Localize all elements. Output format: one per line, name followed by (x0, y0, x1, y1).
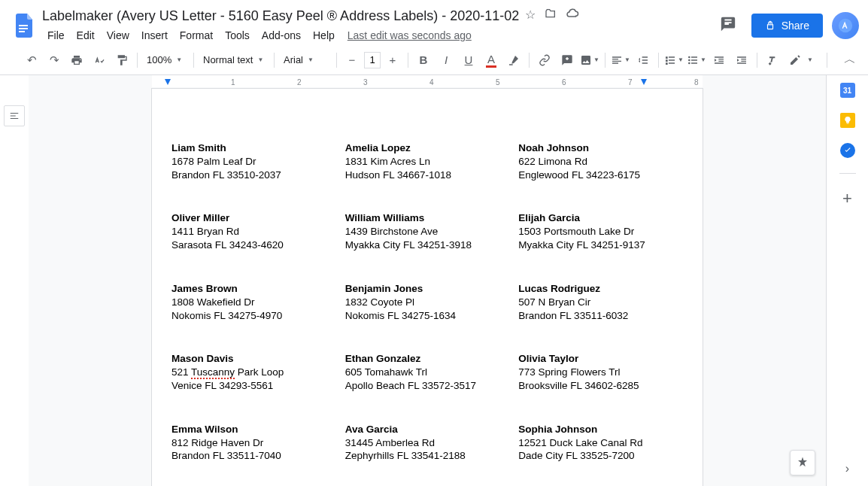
label-line1: 12521 Duck Lake Canal Rd (518, 436, 683, 450)
address-label[interactable]: Ethan Gonzalez605 Tomahawk TrlApollo Bea… (345, 352, 510, 392)
address-label[interactable]: Sophia Johnson12521 Duck Lake Canal RdDa… (518, 423, 683, 463)
label-line2: Hudson FL 34667-1018 (345, 169, 510, 182)
menu-format[interactable]: Format (175, 26, 218, 44)
line-spacing-button[interactable] (633, 50, 654, 71)
left-margin-marker[interactable] (165, 79, 171, 85)
address-label[interactable]: Amelia Lopez1831 Kim Acres LnHudson FL 3… (345, 141, 510, 181)
label-line1: 1678 Palm Leaf Dr (171, 155, 336, 169)
document-title[interactable]: Labelmaker (Avery US Letter - 5160 Easy … (42, 8, 519, 24)
label-line2: Nokomis FL 34275-1634 (345, 309, 510, 323)
account-avatar[interactable] (832, 12, 859, 39)
bullet-list-button[interactable]: ▼ (686, 50, 707, 71)
editing-mode-button[interactable]: ▼ (783, 51, 819, 69)
fontsize-increase-button[interactable]: + (382, 50, 403, 71)
underline-button[interactable]: U (458, 50, 479, 71)
address-label[interactable]: Elijah Garcia1503 Portsmouth Lake DrMyak… (518, 211, 683, 251)
label-name: Lucas Rodriguez (518, 282, 683, 296)
separator (658, 53, 659, 68)
paragraph-style-select[interactable]: Normal text▼ (199, 51, 269, 68)
label-name: Amelia Lopez (345, 141, 510, 155)
label-line2: Brandon FL 33511-6032 (518, 309, 683, 323)
move-icon[interactable] (545, 8, 557, 24)
hide-sidepanel-button[interactable]: › (845, 462, 849, 475)
bold-button[interactable]: B (413, 50, 434, 71)
svg-point-7 (688, 62, 690, 64)
cloud-status-icon[interactable] (566, 8, 579, 24)
text-color-button[interactable]: A (481, 50, 502, 71)
address-label[interactable]: Oliver Miller1411 Bryan RdSarasota FL 34… (171, 211, 336, 251)
address-label[interactable]: James Brown1808 Wakefield DrNokomis FL 3… (171, 282, 336, 322)
add-comment-button[interactable] (557, 50, 578, 71)
address-label[interactable]: Mason Davis521 Tuscanny Park LoopVenice … (171, 352, 336, 392)
star-icon[interactable]: ☆ (525, 8, 536, 24)
address-label[interactable]: Benjamin Jones1832 Coyote PlNokomis FL 3… (345, 282, 510, 322)
label-name: Elijah Garcia (518, 211, 683, 225)
zoom-select[interactable]: 100%▼ (142, 51, 189, 68)
collapse-toolbar-button[interactable]: ︿ (835, 49, 865, 71)
spellcheck-button[interactable] (89, 50, 110, 71)
checklist-button[interactable]: ▼ (663, 50, 684, 71)
paint-format-button[interactable] (111, 50, 132, 71)
undo-button[interactable]: ↶ (21, 50, 42, 71)
document-canvas[interactable]: 1 2 3 4 5 6 7 8 Liam Smith1678 Palm Leaf… (29, 75, 826, 486)
docs-logo[interactable] (9, 11, 39, 41)
address-label[interactable]: William Williams1439 Birchstone AveMyakk… (345, 211, 510, 251)
separator (336, 53, 337, 68)
address-label[interactable]: Lucas Rodriguez507 N Bryan CirBrandon FL… (518, 282, 683, 322)
label-name: James Brown (171, 282, 336, 296)
highlight-button[interactable] (503, 50, 524, 71)
address-label[interactable]: Emma Wilson812 Ridge Haven DrBrandon FL … (171, 423, 336, 463)
add-addon-button[interactable]: + (842, 189, 852, 208)
link-button[interactable] (534, 50, 555, 71)
separator (757, 53, 757, 68)
menu-tools[interactable]: Tools (220, 26, 255, 44)
fontsize-input[interactable]: 1 (364, 52, 381, 68)
menu-view[interactable]: View (102, 26, 135, 44)
insert-image-button[interactable]: ▼ (579, 50, 600, 71)
label-line2: Brooksville FL 34602-6285 (518, 379, 683, 393)
menu-help[interactable]: Help (308, 26, 340, 44)
side-panel: 31 + › (826, 75, 868, 486)
address-label[interactable]: Liam Smith1678 Palm Leaf DrBrandon FL 33… (171, 141, 336, 181)
menu-file[interactable]: File (42, 26, 70, 44)
label-line2: Zephyrhills FL 33541-2188 (345, 449, 510, 463)
address-label[interactable]: Olivia Taylor773 Spring Flowers TrlBrook… (518, 352, 683, 392)
address-label[interactable]: Noah Johnson622 Limona RdEnglewood FL 34… (518, 141, 683, 181)
menu-edit[interactable]: Edit (71, 26, 100, 44)
separator (137, 53, 138, 68)
align-button[interactable]: ▼ (610, 50, 631, 71)
outdent-button[interactable] (709, 50, 730, 71)
label-line2: Venice FL 34293-5561 (171, 379, 336, 393)
label-line2: Myakka City FL 34251-3918 (345, 238, 510, 252)
spelling-error[interactable]: Tuscanny (191, 366, 235, 379)
last-edit-link[interactable]: Last edit was seconds ago (341, 26, 478, 44)
italic-button[interactable]: I (436, 50, 457, 71)
print-button[interactable] (66, 50, 87, 71)
separator (193, 53, 194, 68)
label-line1: 1503 Portsmouth Lake Dr (518, 225, 683, 238)
explore-button[interactable] (790, 450, 815, 475)
label-line2: Sarasota FL 34243-4620 (171, 238, 336, 252)
horizontal-ruler[interactable]: 1 2 3 4 5 6 7 8 (152, 75, 703, 87)
address-label[interactable]: Ava Garcia31445 Amberlea RdZephyrhills F… (345, 423, 510, 463)
keep-icon[interactable] (840, 113, 855, 128)
menu-addons[interactable]: Add-ons (256, 26, 306, 44)
separator (274, 53, 275, 68)
label-name: William Williams (345, 211, 510, 225)
right-margin-marker[interactable] (641, 79, 647, 85)
comments-icon[interactable] (714, 10, 742, 41)
label-line2: Nokomis FL 34275-4970 (171, 309, 336, 323)
menu-insert[interactable]: Insert (136, 26, 173, 44)
calendar-icon[interactable]: 31 (840, 83, 855, 98)
font-select[interactable]: Arial▼ (279, 51, 332, 68)
label-line1: 1411 Bryan Rd (171, 225, 336, 238)
redo-button[interactable]: ↷ (44, 50, 65, 71)
svg-point-6 (688, 59, 690, 61)
clear-formatting-button[interactable] (762, 50, 783, 71)
share-button[interactable]: Share (751, 14, 823, 38)
tasks-icon[interactable] (840, 143, 855, 158)
fontsize-decrease-button[interactable]: − (341, 50, 363, 71)
indent-button[interactable] (731, 50, 752, 71)
page[interactable]: Liam Smith1678 Palm Leaf DrBrandon FL 33… (152, 89, 703, 486)
outline-toggle-button[interactable] (4, 105, 25, 126)
